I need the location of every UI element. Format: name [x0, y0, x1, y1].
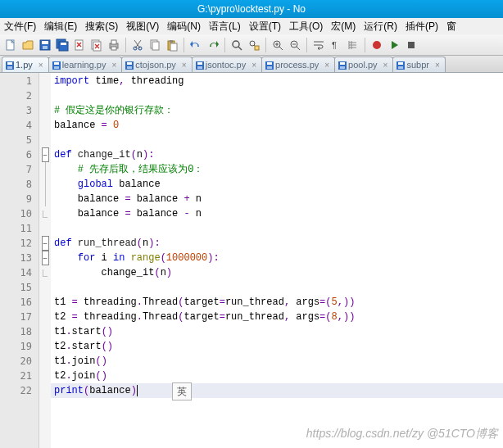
menu-item[interactable]: 语言(L)	[206, 19, 243, 34]
menu-item[interactable]: 设置(T)	[247, 19, 283, 34]
word-wrap-icon[interactable]	[311, 38, 326, 52]
svg-rect-41	[267, 62, 272, 65]
close-tab-icon[interactable]: ×	[111, 61, 116, 70]
svg-rect-19	[170, 40, 173, 43]
copy-icon[interactable]	[147, 38, 162, 52]
replace-icon[interactable]	[247, 38, 261, 52]
code-line[interactable]: t2.join()	[51, 369, 503, 383]
find-icon[interactable]	[229, 38, 244, 52]
code-line[interactable]: print(balance)	[51, 383, 503, 398]
fold-cell	[39, 118, 51, 133]
editor-area: 12345678910111213141516171819202122 −−− …	[0, 73, 503, 448]
tab-label: jsontoc.py	[206, 60, 247, 70]
close-tab-icon[interactable]: ×	[435, 61, 440, 70]
fold-cell	[39, 206, 51, 221]
fold-cell	[39, 383, 51, 398]
code-line[interactable]: def run_thread(n):	[51, 236, 503, 251]
svg-rect-44	[340, 62, 345, 65]
code-line[interactable]: balance = balance - n	[51, 206, 503, 221]
menu-item[interactable]: 宏(M)	[329, 19, 358, 34]
new-file-icon[interactable]	[3, 38, 18, 52]
close-tab-icon[interactable]: ×	[252, 61, 256, 70]
menu-item[interactable]: 编辑(E)	[42, 19, 79, 34]
menu-item[interactable]: 插件(P)	[403, 19, 441, 34]
document-tab[interactable]: learning.py×	[48, 57, 123, 72]
svg-rect-11	[111, 40, 116, 44]
close-tab-icon[interactable]: ×	[324, 61, 329, 70]
code-line[interactable]: t1 = threading.Thread(target=run_thread,…	[51, 295, 503, 310]
open-file-icon[interactable]	[20, 38, 35, 52]
code-editor[interactable]: import time, threading# 假定这是你的银行存款：balan…	[51, 73, 503, 448]
line-number: 10	[0, 206, 39, 221]
code-line[interactable]: import time, threading	[51, 74, 503, 88]
close-tab-icon[interactable]: ×	[39, 61, 43, 70]
code-line[interactable]: change_it(n)	[51, 265, 503, 280]
toolbar-separator	[125, 38, 126, 52]
code-line[interactable]	[51, 280, 503, 295]
code-line[interactable]: t1.join()	[51, 354, 503, 369]
ime-indicator[interactable]: 英	[172, 382, 192, 400]
zoom-out-icon[interactable]	[288, 38, 302, 52]
menu-item[interactable]: 编码(N)	[165, 19, 203, 34]
document-tab[interactable]: 1.py×	[2, 57, 49, 72]
document-tab[interactable]: process.py×	[261, 57, 335, 72]
fold-cell	[39, 339, 51, 354]
code-line[interactable]: t2.start()	[51, 339, 503, 354]
macro-stop-icon[interactable]	[404, 38, 419, 52]
menu-item[interactable]: 窗	[444, 19, 459, 34]
macro-record-icon[interactable]	[369, 38, 384, 52]
menu-item[interactable]: 文件(F)	[2, 19, 39, 34]
code-line[interactable]: balance = balance + n	[51, 192, 503, 206]
toolbar-separator	[184, 38, 184, 52]
close-file-icon[interactable]	[72, 38, 87, 52]
menu-item[interactable]: 运行(R)	[361, 19, 400, 34]
code-line[interactable]: def change_it(n):	[51, 147, 503, 162]
menu-item[interactable]: 搜索(S)	[83, 19, 120, 34]
code-line[interactable]	[51, 88, 503, 103]
redo-icon[interactable]	[206, 38, 220, 52]
fold-toggle-icon[interactable]: −	[42, 236, 49, 251]
paste-icon[interactable]	[165, 38, 179, 52]
save-all-icon[interactable]	[55, 38, 70, 52]
document-tab[interactable]: jsontoc.py×	[192, 57, 262, 72]
show-symbols-icon[interactable]: ¶	[329, 38, 343, 52]
code-line[interactable]: t1.start()	[51, 324, 503, 339]
cut-icon[interactable]	[130, 38, 145, 52]
close-all-icon[interactable]	[89, 38, 104, 52]
menu-item[interactable]: 工具(O)	[287, 19, 325, 34]
code-line[interactable]	[51, 221, 503, 236]
document-tab[interactable]: pool.py×	[334, 57, 393, 72]
line-number: 7	[0, 162, 39, 177]
code-line[interactable]: balance = 0	[51, 118, 503, 133]
text-caret	[137, 385, 138, 396]
tab-label: learning.py	[62, 60, 106, 70]
close-tab-icon[interactable]: ×	[383, 61, 388, 70]
code-line[interactable]: global balance	[51, 177, 503, 192]
disk-icon	[6, 61, 12, 68]
indent-guide-icon[interactable]	[346, 38, 360, 52]
line-number: 6	[0, 147, 39, 162]
fold-toggle-icon[interactable]: −	[42, 251, 49, 265]
macro-play-icon[interactable]	[387, 38, 401, 52]
line-number: 9	[0, 192, 39, 206]
disk-icon	[397, 61, 403, 68]
code-line[interactable]: # 假定这是你的银行存款：	[51, 103, 503, 118]
code-line[interactable]	[51, 133, 503, 147]
document-tab[interactable]: subpr×	[392, 57, 445, 72]
code-line[interactable]: t2 = threading.Thread(target=run_thread,…	[51, 310, 503, 324]
line-number: 12	[0, 236, 39, 251]
code-line[interactable]: for i in range(1000000):	[51, 251, 503, 265]
line-number-gutter: 12345678910111213141516171819202122	[0, 73, 39, 448]
document-tab[interactable]: ctojson.py×	[121, 57, 192, 72]
code-line[interactable]: # 先存后取，结果应该为0：	[51, 162, 503, 177]
svg-rect-47	[398, 62, 403, 65]
undo-icon[interactable]	[188, 38, 203, 52]
print-icon[interactable]	[106, 38, 121, 52]
line-number: 18	[0, 324, 39, 339]
fold-toggle-icon[interactable]: −	[42, 147, 49, 162]
zoom-in-icon[interactable]	[270, 38, 285, 52]
close-tab-icon[interactable]: ×	[182, 61, 187, 70]
save-icon[interactable]	[38, 38, 52, 52]
window-title-bar: G:\pypro\locktest.py - No	[0, 0, 503, 18]
menu-item[interactable]: 视图(V)	[124, 19, 161, 34]
